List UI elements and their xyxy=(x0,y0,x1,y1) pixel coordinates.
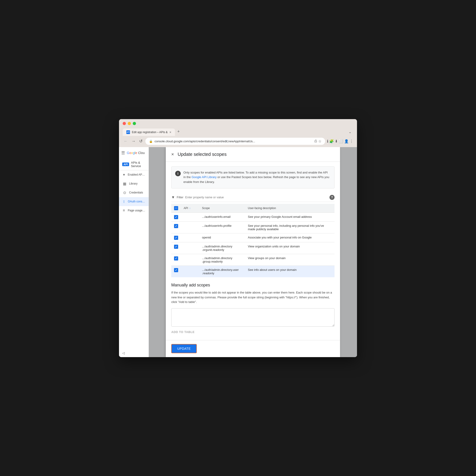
info-circle-icon[interactable]: ℹ xyxy=(327,139,328,144)
filter-label: Filter xyxy=(177,196,184,199)
new-tab-button[interactable]: + xyxy=(175,127,182,136)
sidebar-item-library[interactable]: ▦ Library xyxy=(119,179,149,188)
address-icons: ⎙ ☆ xyxy=(315,139,322,144)
row-3-api xyxy=(181,233,199,242)
browser-menu-icons: ℹ 🧩 ⬇ ⬜ 👤 ⋮ xyxy=(327,139,353,144)
sidebar-item-enabled-apis[interactable]: ✦ Enabled APIs & serv xyxy=(119,170,149,179)
address-text: console.cloud.google.com/apis/credential… xyxy=(154,140,313,143)
bookmark-icon[interactable]: ☆ xyxy=(318,139,322,144)
page-usage-icon: ≡ xyxy=(122,208,125,213)
row-2-checkbox[interactable] xyxy=(174,224,178,228)
tab-close-button[interactable]: × xyxy=(170,130,171,134)
download-icon[interactable]: ⬇ xyxy=(335,139,338,144)
sidebar-label-credentials: Credentials xyxy=(129,191,143,194)
back-button[interactable]: ← xyxy=(123,138,129,144)
address-bar: ← → ↺ 🔒 console.cloud.google.com/apis/cr… xyxy=(119,136,357,147)
credentials-icon: ⊙ xyxy=(122,190,127,195)
share-icon[interactable]: ⎙ xyxy=(315,139,317,143)
row-1-api xyxy=(181,213,199,221)
maximize-traffic-light[interactable] xyxy=(133,122,136,125)
row-6-checkbox[interactable] xyxy=(174,268,178,272)
row-1-scope: .../auth/userinfo.email xyxy=(199,213,245,221)
extensions-icon[interactable]: 🧩 xyxy=(329,139,334,144)
row-3-desc: Associate you with your personal info on… xyxy=(245,233,335,242)
filter-icon: ▼ xyxy=(171,195,175,200)
menu-dots-icon[interactable]: ⋮ xyxy=(350,139,353,144)
row-5-desc: View groups on your domain xyxy=(245,254,335,266)
browser-window: API Edit app registration – APIs & × + ⌄… xyxy=(119,119,357,357)
sidebar-collapse-button[interactable]: ◁ xyxy=(119,349,149,357)
filter-bar: ▼ Filter ? xyxy=(171,193,335,202)
th-api[interactable]: API ↑ xyxy=(181,204,199,213)
row-4-desc: View organization units on your domain xyxy=(245,242,335,254)
api-badge-section: API APIs & Service xyxy=(119,159,149,170)
row-1-checkbox[interactable] xyxy=(174,215,178,219)
manual-section-title: Manually add scopes xyxy=(171,283,335,288)
minimize-traffic-light[interactable] xyxy=(128,122,131,125)
row-1-checkbox-cell xyxy=(171,213,181,221)
forward-button[interactable]: → xyxy=(131,138,136,144)
manual-scopes-textarea[interactable] xyxy=(171,308,335,327)
row-4-api xyxy=(181,242,199,254)
panel-footer: UPDATE xyxy=(166,340,340,357)
sidebar-item-oauth-consent[interactable]: ⁞ OAuth consent scre xyxy=(119,197,149,206)
lock-icon: 🔒 xyxy=(149,140,153,143)
row-1-desc: See your primary Google Account email ad… xyxy=(245,213,335,221)
th-scope: Scope xyxy=(199,204,245,213)
row-4-checkbox-cell xyxy=(171,242,181,254)
google-cloud-logo: Google Clou xyxy=(127,151,145,155)
scopes-table: API ↑ Scope User-facing description xyxy=(171,204,335,277)
sort-icon: ↑ xyxy=(189,207,190,210)
scopes-panel: × Update selected scopes i Only scopes f… xyxy=(166,147,340,357)
api-section-title: APIs & Service xyxy=(131,161,145,168)
row-5-checkbox[interactable] xyxy=(174,256,178,260)
tab-favicon: API xyxy=(126,130,130,134)
row-2-checkbox-cell xyxy=(171,221,181,233)
add-to-table-button[interactable]: ADD TO TABLE xyxy=(171,328,195,336)
oauth-icon: ⁞ xyxy=(122,200,126,204)
address-input-container[interactable]: 🔒 console.cloud.google.com/apis/credenti… xyxy=(145,138,325,145)
sidebar-item-credentials[interactable]: ⊙ Credentials xyxy=(119,188,149,197)
sidebar-top: ☰ Google Clou xyxy=(119,147,149,159)
manual-section-description: If the scopes you would like to add do n… xyxy=(171,290,335,305)
modal-overlay: × Update selected scopes i Only scopes f… xyxy=(149,147,357,357)
update-button[interactable]: UPDATE xyxy=(171,344,197,353)
active-tab[interactable]: API Edit app registration – APIs & × xyxy=(123,128,175,136)
sidebar: ☰ Google Clou API APIs & Service ✦ Enabl… xyxy=(119,147,149,357)
close-traffic-light[interactable] xyxy=(123,122,126,125)
browser-chrome: API Edit app registration – APIs & × + ⌄ xyxy=(119,119,357,136)
info-text: Only scopes for enabled APIs are listed … xyxy=(184,170,331,184)
info-circle-icon: i xyxy=(175,171,181,176)
tab-title: Edit app registration – APIs & xyxy=(132,130,168,134)
row-2-scope: .../auth/userinfo.profile xyxy=(199,221,245,233)
row-3-checkbox[interactable] xyxy=(174,236,178,240)
row-5-scope: .../auth/admin.directory.group.readonly xyxy=(199,254,245,266)
manual-section: Manually add scopes If the scopes you wo… xyxy=(166,277,340,340)
table-row: .../auth/userinfo.email See your primary… xyxy=(171,213,335,221)
help-icon[interactable]: ? xyxy=(329,195,335,200)
google-api-library-link[interactable]: Google API Library xyxy=(191,175,217,179)
table-row: .../auth/admin.directory.user.readonly S… xyxy=(171,266,335,277)
sidebar-item-page-usage[interactable]: ≡ Page usage agreem xyxy=(119,206,149,215)
row-2-api xyxy=(181,221,199,233)
sidebar-label-enabled-apis: Enabled APIs & serv xyxy=(128,173,145,176)
cloud-text: Clou xyxy=(138,151,145,155)
tab-chevron: ⌄ xyxy=(347,128,353,136)
row-2-desc: See your personal info, including any pe… xyxy=(245,221,335,233)
table-body: .../auth/userinfo.email See your primary… xyxy=(171,213,335,277)
panel-close-button[interactable]: × xyxy=(171,152,174,157)
filter-input[interactable] xyxy=(185,196,328,199)
fullscreen-icon[interactable]: ⬜ xyxy=(339,139,343,144)
refresh-button[interactable]: ↺ xyxy=(138,138,144,144)
header-checkbox[interactable] xyxy=(174,206,178,210)
table-row: .../auth/userinfo.profile See your perso… xyxy=(171,221,335,233)
enabled-apis-icon: ✦ xyxy=(122,173,125,177)
sidebar-label-page-usage: Page usage agreem xyxy=(128,209,145,212)
hamburger-icon[interactable]: ☰ xyxy=(121,150,125,155)
row-4-checkbox[interactable] xyxy=(174,245,178,249)
row-6-checkbox-cell xyxy=(171,266,181,277)
row-5-checkbox-cell xyxy=(171,254,181,266)
table-row: openid Associate you with your personal … xyxy=(171,233,335,242)
api-badge: API xyxy=(122,163,129,166)
profile-icon[interactable]: 👤 xyxy=(344,139,349,144)
